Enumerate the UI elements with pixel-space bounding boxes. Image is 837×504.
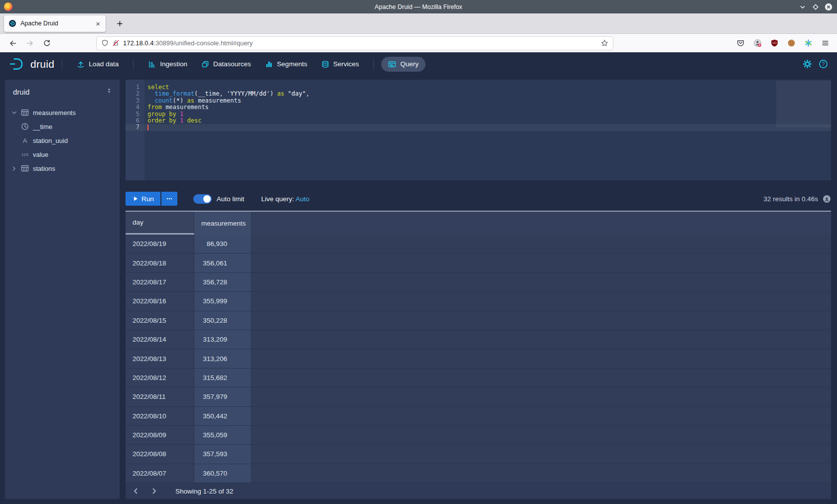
druid-header: druid Load dataIngestionDatasourcesSegme… [0,52,837,76]
editor-code[interactable]: select time_format(__time, 'YYYY/MM/dd')… [144,80,831,180]
firefox-logo-icon [4,2,12,11]
druid-brand[interactable]: druid [9,57,54,71]
tree-item-__time[interactable]: __time [5,120,120,133]
time-icon [21,123,33,130]
tab-bar: Apache Druid × [0,13,837,34]
insecure-lock-icon[interactable] [112,39,120,47]
nav-buttons [6,37,54,50]
sort-double-caret-icon[interactable] [106,87,113,96]
table-row: 2022/08/18356,061 [126,253,831,272]
shield-icon[interactable] [101,39,109,47]
svg-text:A: A [23,137,27,144]
forward-button[interactable] [23,37,37,50]
nav-item-label: Ingestion [160,60,187,68]
tree-item-stations[interactable]: stations [5,161,120,175]
nav-separator [373,59,374,70]
nav-item-label: Services [333,60,359,68]
column-header-measurements[interactable]: measurements [194,212,252,235]
reload-button[interactable] [40,37,54,50]
cell-measurements[interactable]: 360,570 [194,464,252,483]
query-icon [388,60,396,68]
help-icon[interactable]: ? [819,59,828,69]
cell-measurements[interactable]: 357,593 [194,445,252,464]
tree-item-label: station_uuid [33,137,68,144]
cookie-extension-icon[interactable] [786,38,797,49]
settings-gear-icon[interactable] [803,59,812,69]
line-number: 6 [126,118,144,124]
tree-item-station_uuid[interactable]: Astation_uuid [5,133,120,147]
sql-editor[interactable]: 1234567 select time_format(__time, 'YYYY… [126,80,831,180]
url-text[interactable]: 172.18.0.4:30899/unified-console.html#qu… [123,39,597,47]
pager-prev-button[interactable] [129,484,143,499]
window-close-button[interactable] [825,3,833,11]
back-button[interactable] [6,37,20,50]
cell-measurements[interactable]: 350,442 [194,407,252,426]
cell-day[interactable]: 2022/08/09 [126,426,194,445]
run-more-button[interactable] [161,192,177,206]
window-title: Apache Druid — Mozilla Firefox [0,3,837,10]
pocket-icon[interactable] [735,38,746,49]
header-separator [62,59,62,70]
tab-close-icon[interactable]: × [95,20,101,27]
nav-item-ingestion[interactable]: Ingestion [141,57,194,72]
cell-day[interactable]: 2022/08/14 [126,330,194,349]
cell-value: 86,930 [201,240,227,248]
multiaccount-extension-icon[interactable] [803,38,814,49]
window-maximize-button[interactable] [812,3,820,11]
nav-item-services[interactable]: Services [314,57,366,72]
cell-day[interactable]: 2022/08/15 [126,311,194,330]
cell-day[interactable]: 2022/08/17 [126,273,194,292]
druid-favicon-icon [8,19,16,27]
toggle-knob [203,195,211,203]
tree-item-measurements[interactable]: measurements [5,106,120,120]
editor-scrollbar[interactable] [776,81,831,127]
nav-item-datasources[interactable]: Datasources [194,57,258,72]
ublock-extension-icon[interactable]: UO [769,38,780,49]
cell-day[interactable]: 2022/08/11 [126,387,194,406]
chevron-down-icon[interactable] [11,110,21,116]
cell-measurements[interactable]: 356,061 [194,253,252,272]
table-row: 2022/08/11357,979 [126,387,831,406]
code-line: count(*) as measurements [144,98,831,104]
run-button[interactable]: Run [126,192,160,206]
cell-day[interactable]: 2022/08/18 [126,253,194,272]
cell-day[interactable]: 2022/08/16 [126,292,194,311]
cell-measurements[interactable]: 86,930 [194,235,252,253]
url-bar[interactable]: 172.18.0.4:30899/unified-console.html#qu… [96,36,613,50]
cell-day[interactable]: 2022/08/19 [126,235,194,253]
cell-measurements[interactable]: 313,209 [194,330,252,349]
hamburger-menu-icon[interactable] [820,38,831,49]
cell-day[interactable]: 2022/08/12 [126,369,194,387]
chevron-right-icon[interactable] [11,165,21,172]
download-icon[interactable] [823,195,831,203]
cell-measurements[interactable]: 357,979 [194,387,252,406]
cell-value: 350,442 [201,412,227,420]
account-extension-icon[interactable] [752,38,763,49]
cell-value: 356,728 [201,278,227,286]
number-icon: 123 [21,150,33,158]
results-info: 32 results in 0.46s [763,195,831,203]
cell-day[interactable]: 2022/08/08 [126,445,194,464]
column-header-day[interactable]: day [126,212,194,235]
cell-day[interactable]: 2022/08/07 [126,464,194,483]
cell-measurements[interactable]: 355,059 [194,426,252,445]
line-number: 2 [126,91,144,97]
auto-limit-toggle[interactable] [193,194,212,204]
live-query-value-link[interactable]: Auto [295,195,309,203]
cell-measurements[interactable]: 356,728 [194,273,252,292]
bookmark-star-icon[interactable] [601,39,608,47]
pager-next-button[interactable] [146,484,161,499]
nav-item-segments[interactable]: Segments [258,57,314,72]
cell-day[interactable]: 2022/08/10 [126,407,194,426]
cell-measurements[interactable]: 355,999 [194,292,252,311]
nav-item-query[interactable]: Query [381,57,425,72]
cell-measurements[interactable]: 315,682 [194,369,252,387]
tree-item-value[interactable]: 123value [5,147,120,161]
nav-item-load-data[interactable]: Load data [70,57,126,72]
cell-measurements[interactable]: 313,206 [194,349,252,368]
tab-apache-druid[interactable]: Apache Druid × [4,15,106,32]
cell-day[interactable]: 2022/08/13 [126,349,194,368]
window-minimize-button[interactable] [799,3,807,11]
new-tab-button[interactable] [113,17,126,30]
cell-measurements[interactable]: 350,228 [194,311,252,330]
